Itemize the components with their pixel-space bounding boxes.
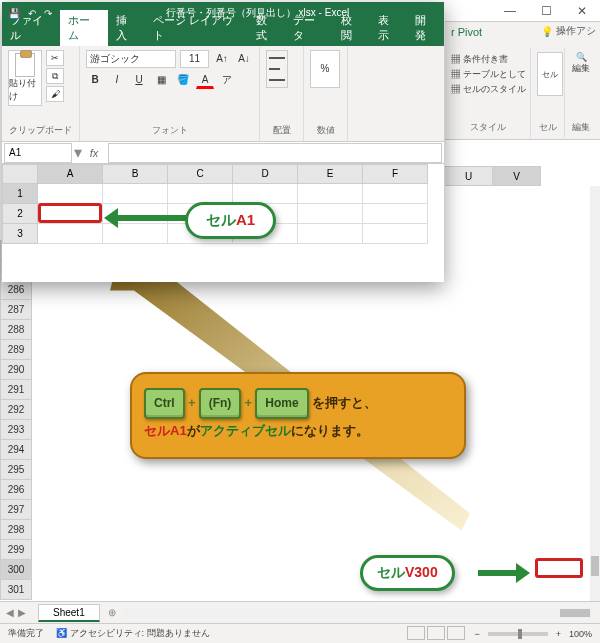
vertical-scrollbar[interactable] [590, 186, 600, 605]
namebox-dropdown-icon[interactable]: ▾ [74, 143, 82, 162]
cell-E1[interactable] [298, 184, 363, 204]
zoom-level[interactable]: 100% [569, 629, 592, 639]
row-300[interactable]: 300 [0, 560, 32, 580]
row-2[interactable]: 2 [2, 204, 38, 224]
formula-bar[interactable] [108, 143, 442, 163]
col-V[interactable]: V [493, 166, 541, 186]
hscroll-thumb[interactable] [560, 609, 590, 617]
format-painter-button[interactable]: 🖌 [46, 86, 64, 102]
paste-button[interactable]: 貼り付け [8, 50, 42, 106]
undo-icon[interactable]: ↶ [28, 8, 36, 19]
row-288[interactable]: 288 [0, 320, 32, 340]
conditional-format-button[interactable]: ▦ 条件付き書 [451, 52, 524, 67]
cells-label: セル [537, 121, 558, 134]
col-E[interactable]: E [298, 164, 363, 184]
row-1[interactable]: 1 [2, 184, 38, 204]
sheet-prev-icon[interactable]: ◀ [6, 607, 14, 618]
cells-button[interactable]: セル [537, 52, 563, 96]
grow-font-button[interactable]: A↑ [213, 50, 231, 68]
view-buttons[interactable] [406, 626, 466, 642]
col-C[interactable]: C [168, 164, 233, 184]
col-B[interactable]: B [103, 164, 168, 184]
alignment-button[interactable] [266, 50, 288, 88]
save-icon[interactable]: 💾 [8, 8, 20, 19]
cell-F2[interactable] [363, 204, 428, 224]
zoom-slider[interactable] [488, 632, 548, 636]
italic-button[interactable]: I [108, 71, 126, 89]
row-294[interactable]: 294 [0, 440, 32, 460]
vscroll-thumb[interactable] [591, 556, 599, 576]
phonetic-button[interactable]: ア [218, 71, 236, 89]
cell-styles-button[interactable]: ▦ セルのスタイル [451, 82, 524, 97]
tab-view[interactable]: 表示 [370, 10, 407, 46]
sheet-tab-sheet1[interactable]: Sheet1 [38, 604, 100, 622]
fill-color-button[interactable]: 🪣 [174, 71, 192, 89]
zoom-out-button[interactable]: − [474, 629, 479, 639]
bold-button[interactable]: B [86, 71, 104, 89]
cell-B1[interactable] [103, 184, 168, 204]
row-296[interactable]: 296 [0, 480, 32, 500]
select-all-corner[interactable] [2, 164, 38, 184]
tab-formulas[interactable]: 数式 [248, 10, 285, 46]
row-3[interactable]: 3 [2, 224, 38, 244]
underline-button[interactable]: U [130, 71, 148, 89]
col-U[interactable]: U [445, 166, 493, 186]
arrow-to-A1 [108, 215, 186, 221]
paste-icon [15, 53, 35, 77]
maximize-icon[interactable]: ☐ [528, 0, 564, 22]
shrink-font-button[interactable]: A↓ [235, 50, 253, 68]
row-292[interactable]: 292 [0, 400, 32, 420]
row-291[interactable]: 291 [0, 380, 32, 400]
tab-insert[interactable]: 挿入 [108, 10, 145, 46]
bg-titlebar: — ☐ ✕ [445, 0, 600, 22]
col-F[interactable]: F [363, 164, 428, 184]
row-290[interactable]: 290 [0, 360, 32, 380]
qat-more-icon[interactable]: ▾ [60, 8, 65, 19]
fx-button[interactable]: fx [82, 147, 106, 159]
cell-E2[interactable] [298, 204, 363, 224]
minimize-icon[interactable]: — [492, 0, 528, 22]
row-289[interactable]: 289 [0, 340, 32, 360]
row-298[interactable]: 298 [0, 520, 32, 540]
tell-me[interactable]: 💡操作アシ [541, 24, 596, 38]
row-286[interactable]: 286 [0, 280, 32, 300]
font-name-select[interactable]: 游ゴシック [86, 50, 176, 68]
row-295[interactable]: 295 [0, 460, 32, 480]
close-icon[interactable]: ✕ [564, 0, 600, 22]
cell-F1[interactable] [363, 184, 428, 204]
row-297[interactable]: 297 [0, 500, 32, 520]
row-287[interactable]: 287 [0, 300, 32, 320]
name-box[interactable]: A1 [4, 143, 72, 163]
format-as-table-button[interactable]: ▦ テーブルとして [451, 67, 524, 82]
sheet-next-icon[interactable]: ▶ [18, 607, 26, 618]
tab-review[interactable]: 校閲 [333, 10, 370, 46]
status-ready: 準備完了 [8, 627, 44, 640]
col-A[interactable]: A [38, 164, 103, 184]
cut-button[interactable]: ✂ [46, 50, 64, 66]
number-format-button[interactable]: % [310, 50, 340, 88]
editing-button[interactable]: 🔍編集 [571, 52, 591, 75]
font-size-select[interactable]: 11 [180, 50, 209, 68]
row-299[interactable]: 299 [0, 540, 32, 560]
cell-D1[interactable] [233, 184, 298, 204]
zoom-in-button[interactable]: + [556, 629, 561, 639]
row-301[interactable]: 301 [0, 580, 32, 600]
tab-developer[interactable]: 開発 [407, 10, 444, 46]
tab-data[interactable]: データ [285, 10, 333, 46]
cell-E3[interactable] [298, 224, 363, 244]
horizontal-scrollbar[interactable] [124, 608, 592, 618]
col-D[interactable]: D [233, 164, 298, 184]
add-sheet-button[interactable]: ⊕ [108, 607, 116, 618]
tab-home[interactable]: ホーム [60, 10, 108, 46]
cell-F3[interactable] [363, 224, 428, 244]
cell-C1[interactable] [168, 184, 233, 204]
instruction-box: Ctrl+(Fn)+Home を押すと、 セルA1がアクティブセルになります。 [130, 372, 466, 459]
font-color-button[interactable]: A [196, 71, 214, 89]
copy-button[interactable]: ⧉ [46, 68, 64, 84]
cell-A1[interactable] [38, 184, 103, 204]
tab-powerpivot[interactable]: r Pivot [447, 24, 486, 40]
redo-icon[interactable]: ↷ [44, 8, 52, 19]
border-button[interactable]: ▦ [152, 71, 170, 89]
row-293[interactable]: 293 [0, 420, 32, 440]
tab-pagelayout[interactable]: ページ レイアウト [145, 10, 248, 46]
